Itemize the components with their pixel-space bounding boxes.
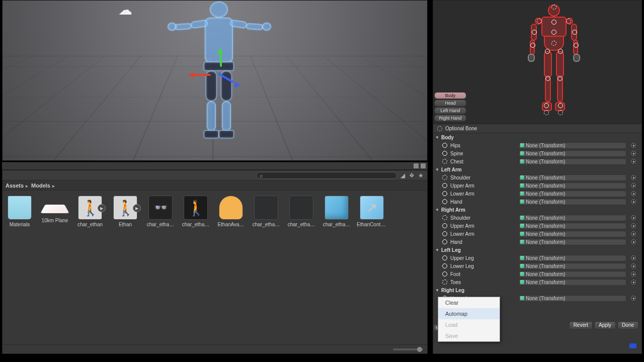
asset-item[interactable]: 10km Plane [41, 196, 69, 227]
bone-transform-field[interactable]: None (Transform) [519, 150, 626, 157]
bone-label: Lower Arm [450, 191, 516, 197]
asset-item[interactable]: char_etha… [252, 196, 280, 227]
object-picker-icon[interactable] [631, 183, 636, 188]
asset-item[interactable]: 👓char_etha… [146, 196, 175, 227]
avatar-section-tabs: BodyHeadLeft HandRight Hand [433, 1, 466, 124]
bone-transform-field[interactable]: None (Transform) [519, 295, 626, 302]
object-picker-icon[interactable] [631, 272, 636, 277]
bone-transform-field[interactable]: None (Transform) [519, 271, 626, 278]
bone-transform-field[interactable]: None (Transform) [519, 223, 626, 229]
bone-transform-field[interactable]: None (Transform) [519, 263, 626, 269]
bone-group-header[interactable]: Right Arm [433, 206, 641, 214]
bone-row: HandNone (Transform) [433, 198, 641, 206]
object-picker-icon[interactable] [631, 191, 636, 196]
filter-icon[interactable]: ◢ [399, 172, 406, 178]
star-icon[interactable]: ★ [417, 172, 424, 178]
object-picker-icon[interactable] [631, 143, 636, 148]
object-picker-icon[interactable] [631, 263, 636, 268]
bone-row: FootNone (Transform) [433, 270, 641, 278]
bone-transform-field[interactable]: None (Transform) [519, 199, 626, 205]
bone-value: None (Transform) [526, 199, 566, 205]
scene-view[interactable]: ☁ [2, 0, 428, 161]
object-picker-icon[interactable] [631, 223, 636, 228]
bone-row: SpineNone (Transform) [433, 149, 641, 157]
asset-label: char_etha… [321, 222, 352, 227]
bone-required-icon [442, 223, 447, 228]
transform-icon [520, 159, 524, 163]
breadcrumb[interactable]: Assets Models [3, 180, 427, 191]
optional-bone-label: Optional Bone [445, 126, 477, 131]
transform-icon [520, 151, 524, 155]
bone-transform-field[interactable]: None (Transform) [519, 174, 626, 181]
asset-item[interactable]: ↗EthanContr… [358, 196, 386, 227]
bone-transform-field[interactable]: None (Transform) [519, 142, 626, 149]
menu-item-automap[interactable]: Automap [438, 308, 500, 319]
bone-row: Upper LegNone (Transform) [433, 254, 641, 262]
tag-icon[interactable]: ❖ [408, 172, 415, 178]
avatar-tab-right-hand[interactable]: Right Hand [434, 115, 466, 122]
transform-icon [520, 200, 524, 204]
object-picker-icon[interactable] [631, 175, 636, 180]
asset-item[interactable]: Materials [6, 196, 34, 227]
object-picker-icon[interactable] [631, 296, 636, 301]
bone-transform-field[interactable]: None (Transform) [519, 239, 626, 245]
transform-icon [520, 272, 524, 276]
object-picker-icon[interactable] [631, 151, 636, 156]
asset-thumbnail [254, 196, 278, 220]
asset-item[interactable]: EthanAva… [217, 196, 245, 227]
bone-label: Upper Arm [450, 223, 516, 229]
bone-transform-field[interactable]: None (Transform) [519, 158, 626, 165]
asset-label: char_etha… [286, 222, 316, 227]
bone-label: Spine [450, 151, 516, 156]
bone-transform-field[interactable]: None (Transform) [519, 279, 626, 286]
object-picker-icon[interactable] [631, 255, 636, 260]
bone-value: None (Transform) [526, 280, 566, 285]
avatar-figure[interactable] [466, 1, 641, 124]
asset-item[interactable]: char_etha… [287, 196, 315, 227]
asset-grid[interactable]: Materials10km Plane🚶▶char_ethan🚶▶Ethan👓c… [3, 191, 427, 232]
revert-button[interactable]: Revert [569, 321, 593, 329]
asset-item[interactable]: 🚶char_etha… [182, 196, 210, 227]
maximize-icon[interactable] [414, 163, 419, 168]
menu-item-clear[interactable]: Clear [438, 297, 500, 308]
search-input[interactable]: ⌕ [256, 172, 397, 179]
character-model[interactable] [169, 0, 269, 159]
bone-mapping-list[interactable]: BodyHipsNone (Transform)SpineNone (Trans… [433, 133, 641, 302]
asset-item[interactable]: 🚶▶char_ethan [76, 196, 104, 227]
object-picker-icon[interactable] [631, 239, 636, 244]
asset-item[interactable]: 🚶▶Ethan [111, 196, 139, 227]
done-button[interactable]: Done [617, 321, 638, 329]
object-picker-icon[interactable] [631, 159, 636, 164]
apply-button[interactable]: Apply [594, 321, 616, 329]
transform-icon [520, 264, 524, 268]
thumbnail-size-slider[interactable] [393, 348, 423, 350]
bone-label: Foot [450, 272, 516, 277]
notification-icon[interactable] [629, 343, 636, 348]
bone-label: Upper Arm [450, 183, 516, 189]
bone-group-header[interactable]: Left Arm [433, 165, 641, 173]
bone-transform-field[interactable]: None (Transform) [519, 215, 626, 221]
avatar-tab-body[interactable]: Body [434, 92, 466, 99]
bone-label: Lower Arm [450, 231, 516, 237]
object-picker-icon[interactable] [631, 231, 636, 236]
asset-label: Ethan [110, 222, 140, 227]
avatar-tab-left-hand[interactable]: Left Hand [434, 107, 466, 114]
breadcrumb-item[interactable]: Assets [6, 183, 30, 189]
avatar-tab-head[interactable]: Head [434, 100, 466, 107]
asset-thumbnail [40, 205, 70, 214]
bone-transform-field[interactable]: None (Transform) [519, 191, 626, 197]
bone-group-header[interactable]: Body [433, 133, 641, 141]
object-picker-icon[interactable] [631, 199, 636, 204]
object-picker-icon[interactable] [631, 280, 636, 285]
bone-group-header[interactable]: Right Leg [433, 286, 641, 294]
bone-transform-field[interactable]: None (Transform) [519, 231, 626, 237]
bone-group-header[interactable]: Left Leg [433, 246, 641, 254]
bone-optional-icon [442, 280, 447, 285]
asset-item[interactable]: char_etha… [323, 196, 351, 227]
mapping-menu[interactable]: ClearAutomapLoadSave [438, 297, 500, 342]
breadcrumb-item[interactable]: Models [31, 183, 57, 189]
bone-transform-field[interactable]: None (Transform) [519, 255, 626, 261]
object-picker-icon[interactable] [631, 215, 636, 220]
options-icon[interactable] [421, 163, 426, 168]
bone-transform-field[interactable]: None (Transform) [519, 183, 626, 189]
